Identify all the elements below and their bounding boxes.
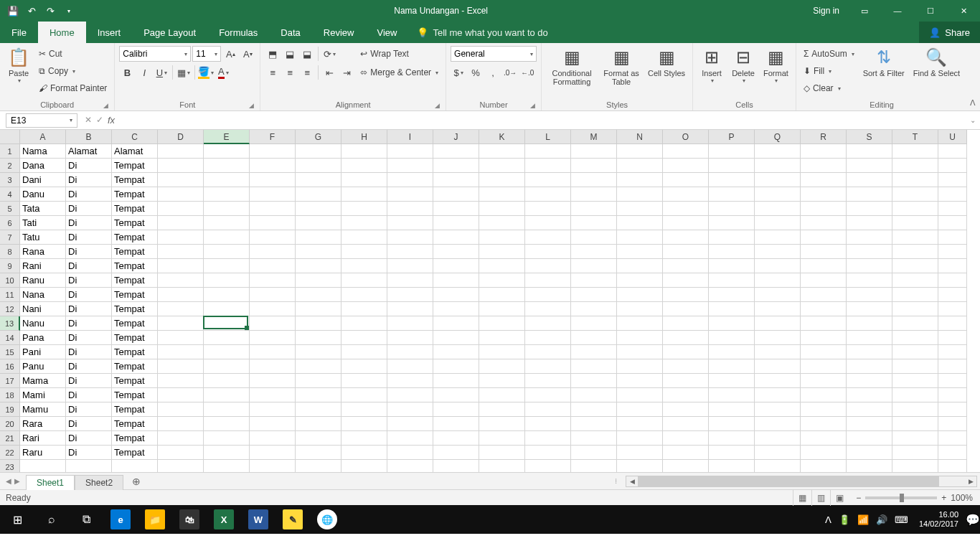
cell[interactable] <box>847 417 892 431</box>
cell[interactable] <box>479 202 525 216</box>
cell[interactable] <box>938 173 967 187</box>
cell[interactable] <box>892 302 938 316</box>
row-header[interactable]: 6 <box>0 216 20 230</box>
cell[interactable] <box>525 173 571 187</box>
cell[interactable] <box>158 273 204 288</box>
cell[interactable] <box>892 259 938 273</box>
cell[interactable] <box>387 273 433 288</box>
cell[interactable] <box>801 460 847 472</box>
cell[interactable] <box>709 273 755 288</box>
cell[interactable]: Di <box>66 288 112 302</box>
cell[interactable] <box>847 331 892 345</box>
cell[interactable] <box>938 144 967 159</box>
cell[interactable] <box>709 216 755 230</box>
cell[interactable] <box>571 388 617 402</box>
cell[interactable] <box>525 288 571 302</box>
tab-review[interactable]: Review <box>312 22 366 43</box>
cell[interactable] <box>938 460 967 472</box>
cell[interactable] <box>204 359 250 374</box>
cell[interactable] <box>250 273 296 288</box>
cell[interactable] <box>525 159 571 173</box>
zoom-slider[interactable] <box>865 496 937 499</box>
cell[interactable]: Tempat <box>112 273 158 288</box>
sort-filter-button[interactable]: ⇅Sort & Filter <box>860 46 908 79</box>
cell[interactable]: Tempat <box>112 173 158 187</box>
cell[interactable] <box>847 144 892 159</box>
cell[interactable] <box>525 216 571 230</box>
cell[interactable] <box>479 230 525 245</box>
cell[interactable] <box>296 230 341 245</box>
cell[interactable] <box>847 202 892 216</box>
column-header[interactable]: N <box>617 130 663 144</box>
cell[interactable] <box>938 417 967 431</box>
cell[interactable] <box>525 446 571 460</box>
cell[interactable] <box>525 316 571 331</box>
cell[interactable] <box>433 288 479 302</box>
cell[interactable] <box>158 202 204 216</box>
task-view-icon[interactable]: ⧉ <box>69 505 103 534</box>
cell[interactable] <box>663 402 709 417</box>
spreadsheet-grid[interactable]: ABCDEFGHIJKLMNOPQRSTU 1NamaAlamatAlamat2… <box>0 130 980 472</box>
cell[interactable]: Dani <box>20 173 66 187</box>
cell[interactable] <box>617 144 663 159</box>
cell[interactable] <box>571 446 617 460</box>
cell[interactable] <box>387 159 433 173</box>
cell[interactable] <box>158 259 204 273</box>
cell[interactable] <box>938 202 967 216</box>
cell[interactable] <box>158 345 204 359</box>
column-header[interactable]: S <box>847 130 892 144</box>
zoom-in-icon[interactable]: + <box>941 493 946 503</box>
cell[interactable] <box>571 159 617 173</box>
cell[interactable]: Dana <box>20 159 66 173</box>
increase-decimal-icon[interactable]: .0→ <box>502 65 518 80</box>
cell[interactable] <box>801 173 847 187</box>
cell[interactable] <box>479 417 525 431</box>
column-header[interactable]: C <box>112 130 158 144</box>
cell[interactable] <box>296 245 341 259</box>
cell[interactable] <box>341 144 387 159</box>
cell[interactable] <box>709 187 755 202</box>
row-header[interactable]: 13 <box>0 316 20 331</box>
cell[interactable] <box>341 173 387 187</box>
column-header[interactable]: R <box>801 130 847 144</box>
row-header[interactable]: 21 <box>0 431 20 446</box>
cell[interactable] <box>204 374 250 388</box>
cell[interactable] <box>204 460 250 472</box>
cell[interactable] <box>387 245 433 259</box>
cell[interactable]: Di <box>66 388 112 402</box>
cell[interactable] <box>847 316 892 331</box>
cell[interactable] <box>571 273 617 288</box>
cell[interactable] <box>433 388 479 402</box>
sheet-tab[interactable]: Sheet2 <box>75 475 123 490</box>
cell[interactable] <box>525 431 571 446</box>
cell[interactable] <box>847 273 892 288</box>
tab-file[interactable]: File <box>0 22 38 43</box>
cell[interactable] <box>250 374 296 388</box>
cell[interactable] <box>479 316 525 331</box>
cell[interactable] <box>847 345 892 359</box>
cell[interactable] <box>755 374 801 388</box>
cell[interactable] <box>571 331 617 345</box>
sticky-notes-icon[interactable]: ✎ <box>275 505 310 534</box>
cell[interactable] <box>296 159 341 173</box>
cell[interactable] <box>663 216 709 230</box>
sheet-tab[interactable]: Sheet1 <box>26 475 75 490</box>
cell[interactable] <box>250 202 296 216</box>
cell[interactable] <box>20 460 66 472</box>
cell[interactable] <box>250 446 296 460</box>
cell[interactable]: Mamu <box>20 402 66 417</box>
cell[interactable] <box>250 388 296 402</box>
cell[interactable] <box>755 144 801 159</box>
cell[interactable] <box>296 302 341 316</box>
column-header[interactable]: G <box>296 130 341 144</box>
cell[interactable] <box>663 431 709 446</box>
cell[interactable] <box>709 460 755 472</box>
cell[interactable] <box>341 359 387 374</box>
column-header[interactable]: D <box>158 130 204 144</box>
cell[interactable] <box>571 230 617 245</box>
cell[interactable] <box>571 216 617 230</box>
cell[interactable]: Tempat <box>112 388 158 402</box>
cell[interactable]: Tempat <box>112 331 158 345</box>
column-header[interactable]: F <box>250 130 296 144</box>
column-header[interactable]: U <box>938 130 967 144</box>
